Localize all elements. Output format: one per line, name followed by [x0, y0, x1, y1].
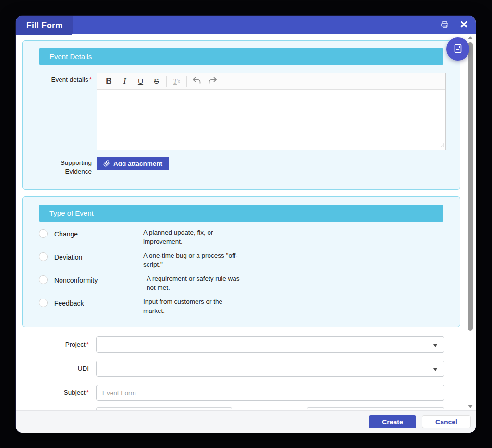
toolbar-separator	[166, 76, 167, 87]
scroll-down-arrow-icon[interactable]	[468, 405, 473, 408]
rich-text-editor: B I U S Tx	[97, 73, 446, 150]
subject-input[interactable]	[96, 385, 444, 401]
dialog-title: Fill Form	[26, 21, 63, 31]
resize-grip-icon[interactable]	[440, 140, 444, 149]
print-button[interactable]	[438, 19, 451, 31]
udi-dropdown[interactable]	[96, 361, 444, 377]
radio-change[interactable]	[39, 229, 48, 238]
event-details-section-title: Event Details	[49, 52, 92, 61]
close-button[interactable]	[457, 19, 470, 31]
cancel-button[interactable]: Cancel	[422, 415, 471, 428]
add-attachment-label: Add attachment	[113, 160, 162, 167]
subject-label: Subject*	[31, 385, 89, 401]
required-asterisk: *	[86, 341, 89, 348]
ai-autofill-button[interactable]	[446, 37, 469, 61]
supporting-evidence-label: Supporting Evidence	[32, 159, 92, 176]
caret-down-icon	[433, 344, 437, 347]
editor-toolbar: B I U S Tx	[97, 73, 445, 90]
radio-nonconformity[interactable]	[39, 275, 48, 284]
add-attachment-button[interactable]: Add attachment	[97, 157, 169, 170]
required-asterisk: *	[86, 389, 89, 396]
screen-background: Fill Form	[0, 0, 492, 448]
paperclip-icon	[103, 160, 110, 167]
dialog-footer: Create Cancel	[16, 410, 476, 433]
radio-deviation-description: A one-time bug or a process "off-script.…	[143, 251, 242, 269]
scroll-up-arrow-icon[interactable]	[468, 36, 473, 39]
italic-button[interactable]: I	[117, 75, 133, 88]
radio-feedback-label[interactable]: Feedback	[54, 299, 84, 307]
required-asterisk: *	[89, 76, 92, 83]
radio-row-nonconformity: Nonconformity A requirement or safety ru…	[23, 273, 460, 296]
remove-format-button[interactable]: Tx	[169, 75, 184, 88]
redo-button[interactable]	[205, 75, 221, 88]
event-details-section-header: Event Details	[39, 48, 443, 65]
undo-icon	[192, 77, 201, 86]
type-of-event-section: Type of Event Change A planned update, f…	[22, 196, 460, 327]
fill-form-dialog: Fill Form	[16, 16, 476, 433]
redo-icon	[208, 77, 217, 86]
bold-button[interactable]: B	[101, 75, 117, 88]
udi-label: UDI	[31, 361, 89, 377]
scrollbar-thumb[interactable]	[468, 42, 473, 331]
radio-feedback[interactable]	[39, 299, 48, 307]
project-dropdown[interactable]	[96, 336, 444, 353]
event-details-label: Event details*	[32, 76, 92, 83]
dialog-header: Fill Form	[16, 16, 476, 34]
project-label: Project*	[31, 336, 89, 353]
dialog-title-tab: Fill Form	[16, 16, 73, 35]
radio-row-change: Change A planned update, fix, or improve…	[23, 226, 460, 249]
radio-nonconformity-description: A requirement or safety rule was not met…	[147, 274, 245, 292]
radio-feedback-description: Input from customers or the market.	[143, 297, 242, 315]
undo-button[interactable]	[189, 75, 205, 88]
vertical-scrollbar[interactable]	[467, 35, 473, 410]
create-button[interactable]: Create	[369, 415, 416, 428]
radio-row-deviation: Deviation A one-time bug or a process "o…	[23, 249, 460, 273]
editor-textarea[interactable]	[97, 90, 445, 150]
toolbar-separator	[186, 76, 187, 87]
radio-change-label[interactable]: Change	[54, 230, 78, 238]
type-of-event-section-header: Type of Event	[39, 205, 443, 222]
radio-row-feedback: Feedback Input from customers or the mar…	[23, 296, 460, 319]
caret-down-icon	[433, 368, 437, 371]
radio-deviation-label[interactable]: Deviation	[54, 253, 82, 261]
radio-nonconformity-label[interactable]: Nonconformity	[54, 276, 98, 284]
radio-deviation[interactable]	[39, 252, 48, 261]
radio-change-description: A planned update, fix, or improvement.	[143, 228, 242, 246]
underline-button[interactable]: U	[133, 75, 148, 88]
close-icon	[460, 21, 467, 29]
strikethrough-button[interactable]: S	[148, 75, 164, 88]
document-sparkle-icon	[452, 42, 464, 56]
event-details-section: Event Details Event details* B I U S Tx	[22, 40, 460, 190]
printer-icon	[440, 20, 449, 30]
type-of-event-section-title: Type of Event	[49, 209, 94, 217]
